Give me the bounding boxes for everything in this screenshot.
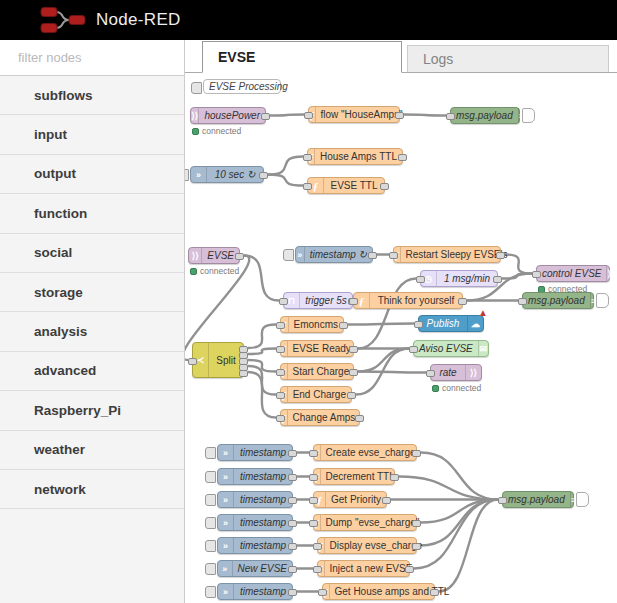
input-port[interactable]: [414, 321, 423, 328]
node-rate[interactable]: rate⟩⟩: [430, 364, 482, 381]
node-mqtt-evse[interactable]: ⟩⟩EVSE: [188, 247, 240, 264]
node-house-power[interactable]: ⟩⟩housePower: [190, 107, 266, 124]
node-debug-bottom[interactable]: msg.payload≡: [502, 491, 574, 508]
sidebar-category-input[interactable]: input: [0, 115, 184, 154]
node-fn-emoncms[interactable]: ƒEmoncms: [280, 316, 344, 333]
output-port[interactable]: [412, 543, 421, 550]
output-port[interactable]: [430, 589, 439, 596]
inject-button[interactable]: [205, 586, 216, 598]
filter-nodes-input[interactable]: [16, 49, 168, 66]
node-fn-start-charge[interactable]: ƒStart Charge: [280, 363, 354, 380]
input-port[interactable]: [532, 271, 541, 278]
input-port[interactable]: [309, 474, 318, 481]
node-inject-b2[interactable]: »timestamp: [217, 468, 293, 485]
output-port[interactable]: [496, 252, 505, 259]
output-port[interactable]: [288, 520, 297, 527]
sidebar-category-social[interactable]: social: [0, 234, 184, 273]
sidebar-category-output[interactable]: output: [0, 155, 184, 194]
output-port[interactable]: [355, 415, 364, 422]
output-port[interactable]: [339, 322, 348, 329]
output-port[interactable]: [412, 450, 421, 457]
wire[interactable]: [358, 279, 416, 349]
output-port[interactable]: [347, 392, 356, 399]
node-split[interactable]: ≺Split: [192, 342, 244, 378]
node-fn-think[interactable]: ƒThink for yourself: [353, 292, 463, 309]
wire[interactable]: [358, 372, 426, 373]
input-port[interactable]: [426, 370, 435, 377]
input-port[interactable]: [304, 112, 313, 119]
output-port[interactable]: [261, 113, 270, 120]
node-fn-evse-ready[interactable]: ƒEVSE Ready: [280, 340, 354, 357]
node-inject-b6[interactable]: »New EVSE: [217, 560, 293, 577]
output-port[interactable]: [395, 112, 404, 119]
node-mqtt-control-evse[interactable]: control EVSE⟩⟩: [536, 265, 610, 282]
input-port[interactable]: [309, 450, 318, 457]
node-publish[interactable]: Publish☁▲: [418, 315, 484, 332]
input-port[interactable]: [276, 415, 285, 422]
node-inject-b3[interactable]: »timestamp: [217, 491, 293, 508]
wire[interactable]: [414, 500, 498, 569]
inject-button[interactable]: [205, 447, 216, 459]
input-port[interactable]: [318, 589, 327, 596]
debug-toggle-button[interactable]: [596, 293, 609, 308]
node-fn-display-charge[interactable]: ƒDisplay evse_charge: [317, 537, 417, 554]
sidebar-category-subflows[interactable]: subflows: [0, 76, 184, 115]
input-port[interactable]: [389, 252, 398, 259]
node-inject-10sec[interactable]: »10 sec ↻: [190, 166, 264, 183]
output-port[interactable]: [458, 298, 467, 305]
input-port[interactable]: [188, 358, 197, 365]
node-debug-top[interactable]: msg.payload≡: [450, 107, 520, 124]
node-fn-decrement-ttl[interactable]: ƒDecrement TTL: [313, 468, 395, 485]
inject-button[interactable]: [205, 494, 216, 506]
wire[interactable]: [268, 175, 303, 186]
sidebar-category-raspberry_pi[interactable]: Raspberry_Pi: [0, 391, 184, 430]
output-port[interactable]: [288, 543, 297, 550]
node-fn-get-house-amps[interactable]: ƒGet House amps and TTL: [322, 583, 435, 600]
output-port[interactable]: [493, 276, 502, 283]
input-port[interactable]: [276, 392, 285, 399]
output-port[interactable]: [380, 183, 389, 190]
output-port[interactable]: [288, 497, 297, 504]
node-fn-dump-charge[interactable]: ƒDump "evse_charge": [313, 514, 417, 531]
input-port[interactable]: [446, 113, 455, 120]
output-port[interactable]: [390, 474, 399, 481]
node-inject-timestamp-top[interactable]: »timestamp ↻: [295, 246, 373, 263]
inject-button[interactable]: [283, 249, 294, 261]
tab-evse[interactable]: EVSE: [202, 41, 402, 73]
output-port[interactable]: [349, 369, 358, 376]
wire[interactable]: [404, 115, 446, 116]
node-trigger-5s[interactable]: ⊓trigger 5s: [283, 292, 353, 309]
output-port[interactable]: [288, 474, 297, 481]
node-fn-inject-new-evse[interactable]: ƒInject a new EVSE: [317, 560, 410, 577]
sidebar-category-analysis[interactable]: analysis: [0, 312, 184, 351]
wire[interactable]: [248, 349, 276, 355]
input-port[interactable]: [303, 183, 312, 190]
input-port[interactable]: [313, 566, 322, 573]
input-port[interactable]: [498, 497, 507, 504]
sidebar-category-weather[interactable]: weather: [0, 431, 184, 470]
node-delay-1msgmin[interactable]: ◷1 msg/min: [420, 270, 498, 287]
output-port[interactable]: [288, 566, 297, 573]
node-comment-evse-processing[interactable]: EVSE Processing: [203, 79, 281, 94]
input-port[interactable]: [276, 369, 285, 376]
input-port[interactable]: [276, 322, 285, 329]
node-fn-change-amps[interactable]: ƒChange Amps: [280, 409, 360, 426]
sidebar-category-advanced[interactable]: advanced: [0, 352, 184, 391]
output-port[interactable]: [405, 566, 414, 573]
node-fn-restart[interactable]: ƒRestart Sleepy EVSE's: [393, 246, 501, 263]
node-inject-b4[interactable]: »timestamp: [217, 514, 293, 531]
tab-logs[interactable]: Logs: [407, 45, 609, 72]
output-port[interactable]: [288, 450, 297, 457]
input-port[interactable]: [409, 346, 418, 353]
inject-button[interactable]: [205, 540, 216, 552]
inject-button[interactable]: [205, 517, 216, 529]
node-fn-create-charge[interactable]: ƒCreate evse_charge: [313, 444, 417, 461]
input-port[interactable]: [303, 154, 312, 161]
input-port[interactable]: [276, 346, 285, 353]
node-inject-b7[interactable]: »timestamp: [217, 583, 293, 600]
output-port[interactable]: [259, 172, 268, 179]
input-port[interactable]: [416, 276, 425, 283]
wire[interactable]: [268, 157, 303, 175]
input-port[interactable]: [309, 497, 318, 504]
input-port[interactable]: [279, 298, 288, 305]
